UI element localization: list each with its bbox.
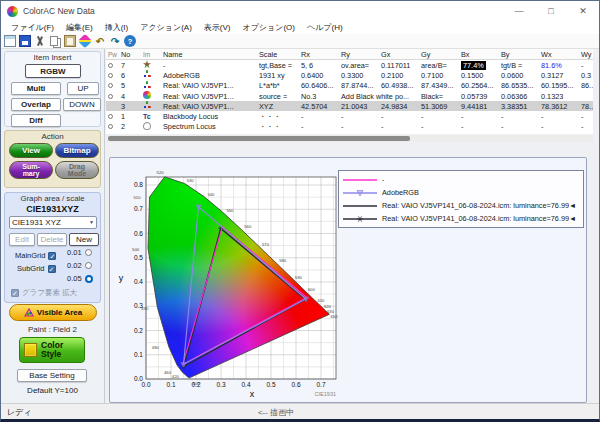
summary-button[interactable]: Sum- mary (9, 161, 53, 179)
row-radio-icon[interactable] (108, 73, 113, 78)
table-row[interactable]: 1TcBlackbody Locus・・・-------- (106, 111, 593, 121)
hscrollbar-thumb[interactable] (108, 136, 410, 141)
table-row[interactable]: 4Real: VAIO VJ5VP1...source =No.3Add Bla… (106, 91, 593, 101)
svg-text:x: x (250, 389, 255, 399)
column-header[interactable]: Gy (419, 50, 459, 59)
cut-icon[interactable] (34, 35, 46, 47)
legend-item: - (342, 173, 580, 186)
bitmap-button[interactable]: Bitmap (55, 143, 99, 158)
rgbdots-icon (143, 81, 151, 89)
palette-icon (24, 343, 37, 357)
menu-item[interactable]: オプション(O) (236, 22, 301, 33)
menu-item[interactable]: 編集(E) (60, 22, 99, 33)
column-header[interactable]: By (499, 50, 539, 59)
paste-icon[interactable] (64, 35, 76, 47)
menu-item[interactable]: ファイル(F) (5, 22, 60, 33)
cell: - (579, 122, 593, 131)
grid-radio-0.05[interactable]: 0.05 (67, 274, 93, 283)
multi-button[interactable]: Multi (11, 82, 61, 95)
new-button[interactable]: New (69, 233, 99, 246)
chromaticity-plot[interactable]: 4004204604804905005105205305405505605705… (112, 160, 352, 400)
column-header[interactable]: Name (161, 50, 257, 59)
cell: 81.6% (539, 61, 579, 70)
visible-area-icon (24, 308, 34, 318)
rgbw-button[interactable]: RGBW (25, 64, 81, 78)
color-style-button[interactable]: ColorStyle (19, 337, 85, 363)
menu-item[interactable]: 挿入(I) (99, 22, 135, 33)
drag-mode-button[interactable]: Drag Mode (55, 161, 99, 179)
menu-item[interactable]: 表示(V) (198, 22, 237, 33)
cell: No.3 (299, 92, 339, 101)
diff-button[interactable]: Diff (11, 114, 61, 127)
cell: - (499, 112, 539, 121)
cell: 77.4% (459, 61, 499, 70)
up-button[interactable]: UP (67, 82, 99, 95)
row-radio-icon[interactable] (108, 114, 113, 119)
column-header[interactable]: Im (141, 51, 161, 58)
cell: Black= (419, 92, 459, 101)
cell: - (161, 61, 257, 70)
cell: 0.0600 (499, 71, 539, 80)
grid-radio-0.01[interactable]: 0.01 (67, 248, 92, 257)
minimize-button[interactable]: — (503, 1, 535, 21)
column-header[interactable]: Wx (539, 50, 579, 59)
svg-text:590: 590 (295, 275, 303, 280)
table-hscrollbar[interactable] (106, 135, 593, 142)
subgrid-checkbox[interactable]: SubGrid✓ (17, 264, 56, 273)
table-row[interactable]: 5Real: VAIO VJ5VP1...L*a*b*60.6406...87.… (106, 81, 593, 91)
maximize-button[interactable]: □ (535, 1, 567, 21)
column-header[interactable]: Pw (106, 51, 119, 58)
edit-button[interactable]: Edit (9, 233, 35, 246)
delete-button[interactable]: Delete (37, 233, 67, 246)
row-radio-icon[interactable] (108, 83, 113, 88)
redo-icon[interactable]: ↷ (109, 35, 121, 47)
row-radio-icon[interactable] (108, 63, 113, 68)
overlap-button[interactable]: Overlap (11, 98, 61, 111)
cell: 87.4349... (419, 81, 459, 90)
maingrid-checkbox[interactable]: MainGrid✓ (15, 251, 56, 260)
column-header[interactable]: No (119, 50, 141, 59)
menu-item[interactable]: アクション(A) (134, 22, 198, 33)
blackbody-icon: Tc (143, 113, 151, 120)
scale-dropdown[interactable]: CIE1931 XYZ ▼ (9, 216, 97, 229)
column-header[interactable]: Scale (257, 50, 299, 59)
graph-zoom-checkbox[interactable]: ✓グラフ要素 拡大 (11, 288, 77, 298)
view-button[interactable]: View (9, 143, 53, 158)
svg-text:0.3: 0.3 (134, 302, 143, 309)
down-button[interactable]: DOWN (63, 98, 101, 111)
save-icon[interactable] (19, 35, 31, 47)
cell: 78... (579, 102, 593, 111)
svg-text:0.1: 0.1 (134, 351, 143, 358)
color-brush-icon[interactable] (78, 34, 92, 48)
cell: 60.6406... (299, 81, 339, 90)
table-row[interactable]: 6AdobeRGB1931 xy0.64000.33000.21000.7100… (106, 70, 593, 80)
column-header[interactable]: Rx (299, 50, 339, 59)
column-header[interactable]: Bx (459, 50, 499, 59)
menu-item[interactable]: ヘルプ(H) (301, 22, 349, 33)
action-title: Action (5, 131, 100, 141)
svg-text:0.3: 0.3 (216, 381, 225, 388)
cell: 0.2100 (379, 71, 419, 80)
undo-icon[interactable]: ↶ (94, 35, 106, 47)
legend-item: Real: VAIO VJ5VP141_06-08-2024.icm: lumi… (342, 212, 580, 225)
column-header[interactable]: Wy (579, 50, 593, 59)
new-icon[interactable] (4, 35, 16, 47)
row-radio-icon[interactable] (108, 94, 113, 99)
base-setting-button[interactable]: Base Setting (17, 369, 87, 382)
close-button[interactable]: ✕ (567, 1, 599, 21)
paint-label: Paint : Field 2 (1, 325, 104, 334)
column-header[interactable]: Ry (339, 50, 379, 59)
cell: 0.05739 (459, 92, 499, 101)
cell: 86... (579, 81, 593, 90)
cell: 60.1595... (539, 81, 579, 90)
svg-text:650: 650 (331, 314, 339, 319)
visible-area-button[interactable]: Visible Area (9, 304, 97, 321)
copy-icon[interactable] (49, 35, 61, 47)
table-row[interactable]: 2Spectrum Locus・・・-------- (106, 122, 593, 132)
grid-radio-0.02[interactable]: 0.02 (67, 261, 92, 270)
column-header[interactable]: Gx (379, 50, 419, 59)
row-radio-icon[interactable] (108, 124, 113, 129)
table-row[interactable]: 7-tgt,Base =5, 6ov.area=0.117011area/B=7… (106, 60, 593, 70)
help-icon[interactable]: ? (124, 35, 136, 47)
table-row[interactable]: 3Real: VAIO VJ5VP1...XYZ42.570421.004324… (106, 101, 593, 111)
